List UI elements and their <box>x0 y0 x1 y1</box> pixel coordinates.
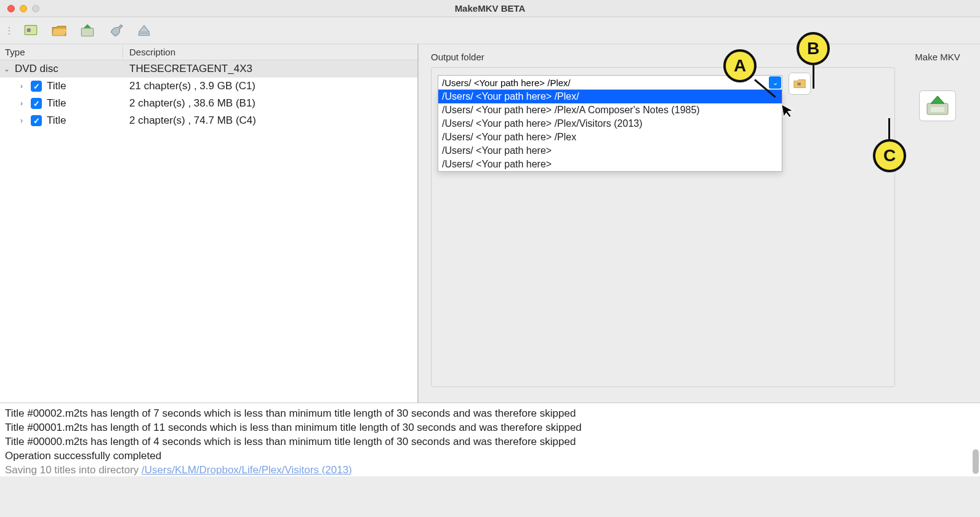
dropdown-item[interactable]: /Users/ <Your path here> /Plex/ <box>438 90 782 103</box>
log-line: Title #00001.m2ts has length of 11 secon… <box>5 421 975 435</box>
settings-button[interactable] <box>107 22 124 39</box>
tree-header: Type Description <box>0 44 417 60</box>
svg-point-1 <box>27 28 31 32</box>
chevron-right-icon[interactable]: › <box>17 82 26 90</box>
open-folder-button[interactable] <box>50 22 68 39</box>
log-line: Operation successfully completed <box>5 449 975 463</box>
title-checkbox[interactable]: ✓ <box>31 81 42 92</box>
title-checkbox[interactable]: ✓ <box>31 115 42 126</box>
main-area: Type Description ⌄ DVD disc THESECRETAGE… <box>0 44 980 403</box>
annotation-badge-c: C <box>873 139 906 172</box>
log-line-partial: Saving 10 titles into directory <box>5 464 142 476</box>
svg-rect-4 <box>797 82 801 86</box>
right-panel: Output folder ⌄ /Users/ <Your path here>… <box>419 44 980 403</box>
traffic-lights <box>0 5 39 12</box>
dropdown-item[interactable]: /Users/ <Your path here> <box>438 158 782 171</box>
log-scrollbar[interactable] <box>970 406 979 474</box>
tree-item-row[interactable]: › ✓ Title 2 chapter(s) , 74.7 MB (C4) <box>0 112 417 129</box>
tree-body[interactable]: ⌄ DVD disc THESECRETAGENT_4X3 › ✓ Title … <box>0 60 417 403</box>
eject-button[interactable] <box>135 22 153 39</box>
output-folder-dropdown[interactable]: /Users/ <Your path here> /Plex/ /Users/ … <box>438 90 782 172</box>
make-mkv-label: Make MKV <box>904 52 971 62</box>
dropdown-item[interactable]: /Users/ <Your path here> /Plex/Visitors … <box>438 117 782 130</box>
folder-icon <box>793 77 806 90</box>
save-to-disc-button[interactable] <box>79 22 96 39</box>
annotation-badge-b: B <box>797 32 830 65</box>
chevron-right-icon[interactable]: › <box>17 99 26 108</box>
dropdown-item[interactable]: /Users/ <Your path here> /Plex <box>438 130 782 144</box>
annotation-badge-a: A <box>723 49 757 82</box>
log-link[interactable]: /Users/KLM/Dropbox/Life/Plex/Visitors (2… <box>142 464 352 476</box>
tree-item-desc: 21 chapter(s) , 3.9 GB (C1) <box>123 80 417 92</box>
tree-item-type: Title <box>47 80 66 92</box>
svg-rect-2 <box>81 28 94 36</box>
dropdown-item[interactable]: /Users/ <Your path here> <box>438 144 782 158</box>
window-title: MakeMKV BETA <box>455 3 526 14</box>
minimize-window-button[interactable] <box>20 5 27 12</box>
tree-root-desc: THESECRETAGENT_4X3 <box>123 63 417 75</box>
tree-item-type: Title <box>47 114 66 127</box>
toolbar-grip <box>9 27 10 34</box>
open-source-button[interactable] <box>22 22 39 39</box>
log-line: Title #00002.m2ts has length of 7 second… <box>5 407 975 421</box>
tree-item-type: Title <box>47 97 66 110</box>
chevron-right-icon[interactable]: › <box>17 116 26 125</box>
save-disc-icon <box>925 95 950 117</box>
annotation-line <box>813 65 814 89</box>
close-window-button[interactable] <box>7 5 15 12</box>
titlebar: MakeMKV BETA <box>0 0 980 17</box>
chevron-down-icon[interactable]: ⌄ <box>2 65 11 73</box>
dropdown-item[interactable]: /Users/ <Your path here> /Plex/A Compose… <box>438 103 782 117</box>
output-frame: ⌄ /Users/ <Your path here> /Plex/ /Users… <box>431 67 895 387</box>
tree-root-type: DVD disc <box>15 63 58 75</box>
annotation-line <box>888 118 890 140</box>
log-line: Title #00000.m2ts has length of 4 second… <box>5 435 975 449</box>
tree-item-row[interactable]: › ✓ Title 2 chapter(s) , 38.6 MB (B1) <box>0 95 417 112</box>
tree-item-desc: 2 chapter(s) , 38.6 MB (B1) <box>123 97 417 110</box>
log-scrollbar-thumb[interactable] <box>973 449 979 474</box>
tree-header-description[interactable]: Description <box>123 47 417 57</box>
tree-header-type[interactable]: Type <box>0 47 123 57</box>
chevron-down-icon: ⌄ <box>773 79 778 87</box>
log-area[interactable]: Title #00002.m2ts has length of 7 second… <box>0 403 980 476</box>
toolbar <box>0 17 980 44</box>
tree-item-desc: 2 chapter(s) , 74.7 MB (C4) <box>123 114 417 127</box>
tree-item-row[interactable]: › ✓ Title 21 chapter(s) , 3.9 GB (C1) <box>0 78 417 95</box>
titles-tree-panel: Type Description ⌄ DVD disc THESECRETAGE… <box>0 44 419 403</box>
browse-output-folder-button[interactable] <box>789 73 811 95</box>
maximize-window-button[interactable] <box>32 5 39 12</box>
svg-rect-6 <box>931 107 944 112</box>
svg-rect-3 <box>139 33 149 35</box>
make-mkv-button[interactable] <box>919 90 956 121</box>
tree-root-row[interactable]: ⌄ DVD disc THESECRETAGENT_4X3 <box>0 60 417 78</box>
bottom-strip <box>0 476 980 517</box>
output-folder-dropdown-button[interactable]: ⌄ <box>769 76 781 89</box>
title-checkbox[interactable]: ✓ <box>31 98 42 109</box>
